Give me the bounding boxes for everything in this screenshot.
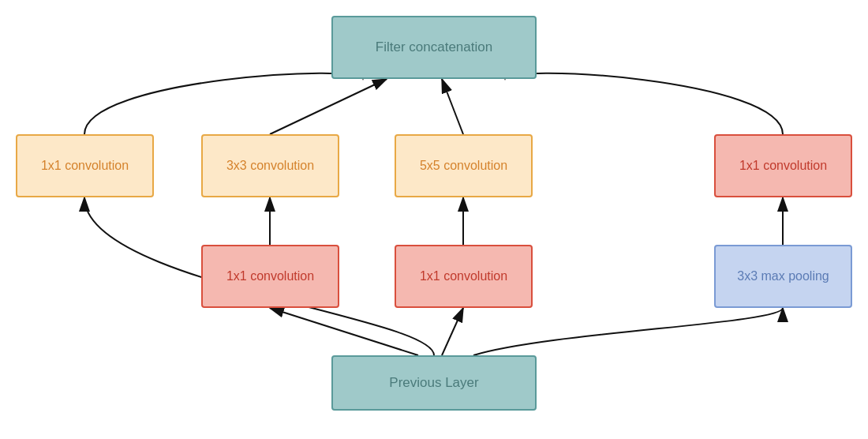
conv1x1-top-node: 1x1 convolution	[16, 134, 154, 197]
conv3x3-top-node: 3x3 convolution	[201, 134, 339, 197]
conv1x1-mid-left-node: 1x1 convolution	[201, 245, 339, 308]
conv1x1-right-node: 1x1 convolution	[714, 134, 852, 197]
conv1x1-mid-right-node: 1x1 convolution	[395, 245, 533, 308]
maxpool-node: 3x3 max pooling	[714, 245, 852, 308]
inception-diagram: Filter concatenation 1x1 convolution 3x3…	[0, 0, 868, 439]
conv5x5-top-node: 5x5 convolution	[395, 134, 533, 197]
filter-concatenation-node: Filter concatenation	[331, 16, 537, 79]
previous-layer-node: Previous Layer	[331, 355, 537, 411]
